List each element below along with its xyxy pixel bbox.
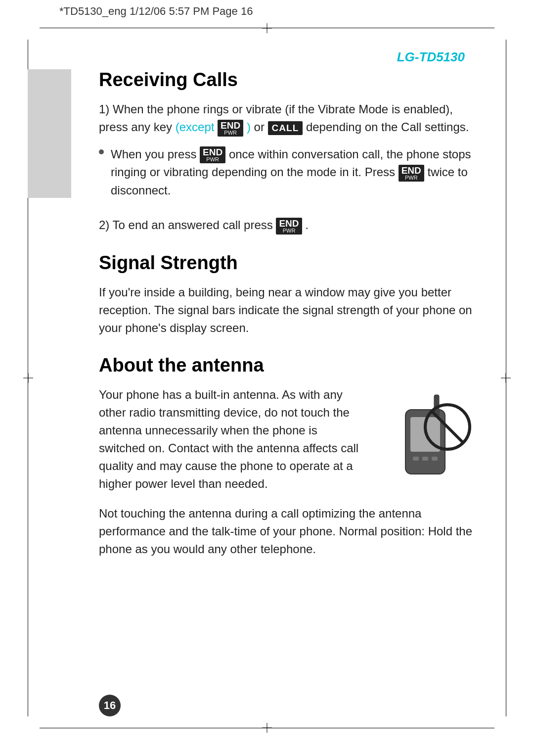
receiving-calls-bullet: When you press ENDPWR once within conver… — [99, 145, 475, 207]
end-button-2: ENDPWR — [200, 146, 225, 163]
signal-strength-body: If you're inside a building, being near … — [99, 284, 475, 337]
bullet-text: When you press ENDPWR once within conver… — [111, 145, 475, 199]
antenna-image — [376, 390, 475, 489]
receiving-calls-item-2: 2) To end an answered call press ENDPWR … — [99, 216, 475, 235]
header-file-info: *TD5130_eng 1/12/06 5:57 PM Page 16 — [59, 5, 494, 18]
section-heading-signal-strength: Signal Strength — [99, 252, 475, 274]
section-heading-receiving-calls: Receiving Calls — [99, 69, 475, 91]
end-button-4: ENDPWR — [276, 218, 302, 235]
end-button-1: ENDPWR — [218, 120, 243, 137]
end-button-3: ENDPWR — [399, 165, 424, 182]
page: *TD5130_eng 1/12/06 5:57 PM Page 16 LG-T… — [0, 0, 534, 756]
phone-antenna-svg — [376, 390, 475, 489]
reg-mark-bottom — [262, 723, 272, 733]
call-button: CALL — [268, 121, 303, 135]
bullet-dot — [99, 149, 104, 154]
header-text: *TD5130_eng 1/12/06 5:57 PM Page 16 — [59, 5, 253, 18]
reg-mark-top — [262, 23, 272, 33]
svg-rect-5 — [413, 457, 419, 461]
section-heading-about-antenna: About the antenna — [99, 355, 475, 376]
antenna-body-2: Not touching the antenna during a call o… — [99, 505, 475, 558]
brand-name: LG-TD5130 — [397, 49, 465, 65]
svg-rect-7 — [432, 457, 438, 461]
receiving-calls-item-1: 1) When the phone rings or vibrate (if t… — [99, 100, 475, 137]
main-content: Receiving Calls 1) When the phone rings … — [99, 69, 475, 707]
reg-mark-right — [501, 373, 511, 383]
section-about-antenna: About the antenna — [99, 355, 475, 558]
reg-mark-left — [23, 373, 33, 383]
section-signal-strength: Signal Strength If you're inside a build… — [99, 252, 475, 337]
section-receiving-calls: Receiving Calls 1) When the phone rings … — [99, 69, 475, 235]
sidebar-tab — [28, 69, 71, 198]
svg-rect-6 — [422, 457, 428, 461]
page-number-badge: 16 — [99, 695, 121, 716]
